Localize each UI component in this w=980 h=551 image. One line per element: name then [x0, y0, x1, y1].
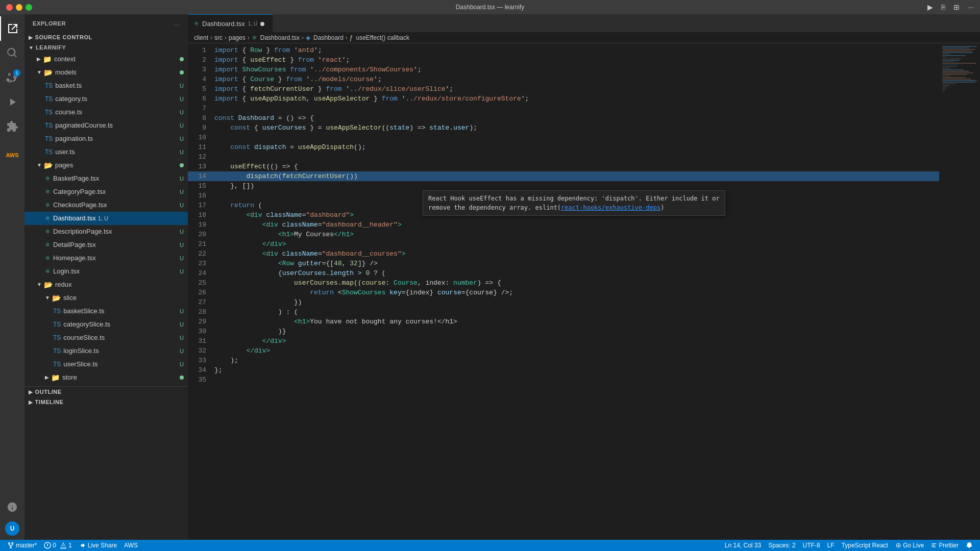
file-user-slice-ts[interactable]: TS userSlice.ts U [24, 358, 188, 371]
activity-explorer[interactable] [0, 16, 24, 41]
line-content[interactable]: </div> [212, 346, 939, 356]
run-debug-icon[interactable]: ▶ [927, 3, 933, 11]
line-content[interactable]: dispatch(fetchCurrentUser()) [212, 171, 939, 181]
activity-run[interactable] [0, 90, 24, 114]
close-button[interactable] [6, 4, 13, 11]
line-content[interactable]: {userCourses.length > 0 ? ( [212, 268, 939, 278]
file-dashboard-tsx[interactable]: ⚛ Dashboard.tsx 1, U [24, 212, 188, 225]
file-course-slice-ts[interactable]: TS courseSlice.ts U [24, 331, 188, 344]
activity-search[interactable] [0, 41, 24, 65]
activity-extensions[interactable] [0, 114, 24, 139]
spaces-item[interactable]: Spaces: 2 [765, 540, 798, 551]
line-content[interactable]: return <ShowCourses key={index} course={… [212, 288, 939, 297]
maximize-button[interactable] [26, 4, 32, 11]
line-content[interactable]: userCourses.map((course: Course, index: … [212, 278, 939, 288]
file-login-slice-ts[interactable]: TS loginSlice.ts U [24, 344, 188, 358]
redux-folder[interactable]: ▼ 📂 redux [24, 278, 188, 291]
breadcrumb-useeffect[interactable]: useEffect() callback [356, 34, 410, 41]
line-content[interactable]: <div className="dashboard__courses"> [212, 249, 939, 259]
go-live-item[interactable]: Go Live [892, 540, 927, 551]
file-paginated-course-ts[interactable]: TS paginatedCourse.ts U [24, 119, 188, 132]
eslint-link[interactable]: react-hooks/exhaustive-deps [561, 204, 660, 211]
open-remote-icon[interactable]: ⎘ [941, 3, 945, 11]
outline-section[interactable]: ▶ OUTLINE [24, 386, 188, 397]
line-content[interactable]: )} [212, 327, 939, 336]
line-content[interactable]: <h1>My Courses</h1> [212, 230, 939, 239]
line-content[interactable]: const dispatch = useAppDispatch(); [212, 142, 939, 152]
source-control-section[interactable]: ▶ SOURCE CONTROL [24, 32, 188, 42]
live-share-item[interactable]: Live Share [76, 540, 120, 551]
file-login-tsx[interactable]: ⚛ Login.tsx U [24, 265, 188, 278]
models-folder[interactable]: ▼ 📂 models [24, 66, 188, 79]
line-content[interactable]: ) : ( [212, 307, 939, 317]
split-editor-icon[interactable]: ⊞ [953, 3, 960, 11]
eol-item[interactable]: LF [824, 540, 838, 551]
line-content[interactable] [212, 133, 939, 142]
breadcrumb-file[interactable]: Dashboard.tsx [260, 34, 300, 41]
line-content[interactable]: </div> [212, 336, 939, 346]
learnify-root-folder[interactable]: ▼ LEARNIFY [24, 42, 188, 53]
line-content[interactable]: import { Course } from '../models/course… [212, 74, 939, 84]
line-content[interactable]: const Dashboard = () => { [212, 113, 939, 123]
file-user-ts[interactable]: TS user.ts U [24, 145, 188, 159]
language-item[interactable]: TypeScript React [839, 540, 891, 551]
sidebar-more-actions[interactable]: ... [174, 19, 180, 27]
line-content[interactable] [212, 104, 939, 113]
line-content[interactable]: import { fetchCurrentUser } from '../red… [212, 84, 939, 94]
line-content[interactable]: import { useAppDispatch, useAppSelector … [212, 94, 939, 104]
file-category-page-tsx[interactable]: ⚛ CategoryPage.tsx U [24, 185, 188, 198]
pages-folder[interactable]: ▼ 📂 pages [24, 159, 188, 172]
file-homepage-tsx[interactable]: ⚛ Homepage.tsx U [24, 252, 188, 265]
activity-remote[interactable] [0, 495, 24, 519]
file-description-page-tsx[interactable]: ⚛ DescriptionPage.tsx U [24, 225, 188, 238]
slice-folder[interactable]: ▼ 📂 slice [24, 291, 188, 305]
file-category-slice-ts[interactable]: TS categorySlice.ts U [24, 318, 188, 331]
line-number: 4 [188, 74, 212, 84]
timeline-section[interactable]: ▶ TIMELINE [24, 397, 188, 407]
git-branch-item[interactable]: master* [4, 540, 40, 551]
line-content[interactable]: <h1>You have not bought any courses!</h1… [212, 317, 939, 327]
line-content[interactable]: <div className="dashboard__header"> [212, 220, 939, 230]
aws-item[interactable]: AWS [121, 540, 141, 551]
minimize-button[interactable] [16, 4, 22, 11]
line-content[interactable]: import ShowCourses from '../components/S… [212, 65, 939, 74]
account-avatar[interactable]: U [5, 521, 19, 536]
prettier-item[interactable]: Prettier [928, 540, 962, 551]
file-basket-slice-ts[interactable]: TS basketSlice.ts U [24, 305, 188, 318]
breadcrumb-dashboard[interactable]: Dashboard [313, 34, 344, 41]
activity-source-control[interactable]: 1 [0, 65, 24, 90]
line-content[interactable] [212, 375, 939, 385]
source-control-label: SOURCE CONTROL [35, 34, 92, 40]
position-item[interactable]: Ln 14, Col 33 [722, 540, 764, 551]
line-content[interactable]: }) [212, 297, 939, 307]
notifications-item[interactable] [963, 540, 976, 551]
breadcrumb-client[interactable]: client [194, 34, 208, 41]
line-content[interactable] [212, 152, 939, 162]
breadcrumb-src[interactable]: src [214, 34, 223, 41]
file-pagination-ts[interactable]: TS pagination.ts U [24, 132, 188, 145]
line-content[interactable]: import { Row } from 'antd'; [212, 45, 939, 55]
file-course-ts[interactable]: TS course.ts U [24, 106, 188, 119]
code-editor[interactable]: 1import { Row } from 'antd';2import { us… [188, 43, 939, 540]
file-category-ts[interactable]: TS category.ts U [24, 92, 188, 106]
line-content[interactable]: ); [212, 356, 939, 365]
file-checkout-page-tsx[interactable]: ⚛ CheckoutPage.tsx U [24, 198, 188, 212]
more-actions-icon[interactable]: ··· [968, 3, 974, 11]
activity-aws[interactable]: AWS [0, 143, 24, 167]
line-content[interactable]: }, []) [212, 181, 939, 191]
tab-dashboard-tsx[interactable]: ⚛ Dashboard.tsx 1, U [188, 14, 273, 32]
line-content[interactable]: }; [212, 365, 939, 375]
line-content[interactable]: import { useEffect } from 'react'; [212, 55, 939, 65]
line-content[interactable]: </div> [212, 239, 939, 249]
line-content[interactable]: <Row gutter={[48, 32]} /> [212, 259, 939, 268]
encoding-item[interactable]: UTF-8 [800, 540, 823, 551]
store-folder[interactable]: ▶ 📁 store [24, 371, 188, 384]
breadcrumb-pages[interactable]: pages [229, 34, 246, 41]
file-basket-ts[interactable]: TS basket.ts U [24, 79, 188, 92]
line-content[interactable]: useEffect(() => { [212, 162, 939, 171]
line-content[interactable]: const { userCourses } = useAppSelector((… [212, 123, 939, 133]
context-folder[interactable]: ▶ 📁 context [24, 53, 188, 66]
file-detail-page-tsx[interactable]: ⚛ DetailPage.tsx U [24, 238, 188, 252]
errors-item[interactable]: 0 1 [41, 540, 75, 551]
file-basket-page-tsx[interactable]: ⚛ BasketPage.tsx U [24, 172, 188, 185]
